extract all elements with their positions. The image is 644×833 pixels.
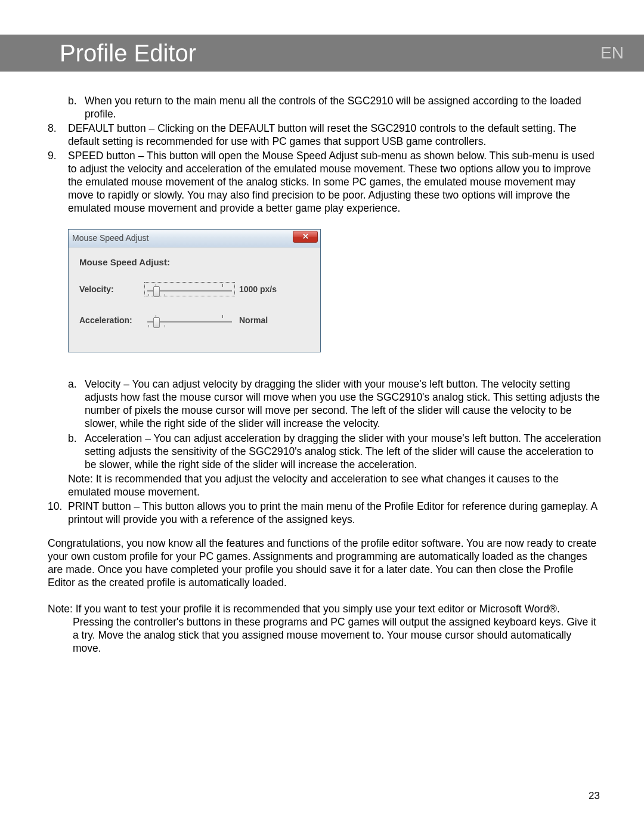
final-note: Note: If you want to test your profile i…	[48, 602, 602, 655]
dialog-title: Mouse Speed Adjust	[72, 233, 148, 244]
close-icon: ✕	[302, 232, 309, 241]
velocity-slider[interactable]	[145, 283, 234, 296]
list-item-text: PRINT button – This button allows you to…	[68, 500, 602, 526]
page-title: Profile Editor	[60, 40, 196, 67]
acceleration-slider[interactable]	[145, 314, 234, 327]
header-gutter	[0, 35, 57, 72]
dialog-heading: Mouse Speed Adjust:	[79, 257, 309, 268]
dialog-body: Mouse Speed Adjust: Velocity: 1000 px/s …	[69, 247, 320, 352]
list-letter: a.	[68, 377, 85, 430]
closing-paragraph: Congratulations, you now know all the fe…	[48, 537, 602, 589]
note-text: Note: It is recommended that you adjust …	[68, 472, 602, 498]
final-note-text: Note: If you want to test your profile i…	[48, 602, 602, 655]
velocity-value: 1000 px/s	[239, 284, 277, 295]
list-item-text: Acceleration – You can adjust accelerati…	[85, 432, 602, 471]
list-number: 10.	[48, 500, 68, 526]
language-badge: EN	[600, 44, 624, 63]
list-item-text: DEFAULT button – Clicking on the DEFAULT…	[68, 122, 602, 148]
velocity-row: Velocity: 1000 px/s	[79, 283, 309, 296]
page-number: 23	[589, 790, 600, 802]
list-item-text: When you return to the main menu all the…	[85, 94, 602, 120]
list-item-text: Velocity – You can adjust velocity by dr…	[85, 377, 602, 430]
acceleration-row: Acceleration: Normal	[79, 314, 309, 327]
list-number: 8.	[48, 122, 68, 148]
list-letter: b.	[68, 432, 85, 471]
close-button[interactable]: ✕	[293, 231, 318, 243]
header-bar: Profile Editor EN	[0, 35, 644, 72]
list-item-text: SPEED button – This button will open the…	[68, 149, 602, 215]
dialog-titlebar[interactable]: Mouse Speed Adjust ✕	[69, 230, 320, 247]
content-area: b. When you return to the main menu all …	[48, 94, 602, 655]
list-letter: b.	[68, 94, 85, 120]
acceleration-value: Normal	[239, 315, 268, 326]
velocity-label: Velocity:	[79, 284, 145, 295]
acceleration-label: Acceleration:	[79, 315, 145, 326]
list-number: 9.	[48, 149, 68, 215]
mouse-speed-dialog: Mouse Speed Adjust ✕ Mouse Speed Adjust:…	[68, 229, 321, 352]
